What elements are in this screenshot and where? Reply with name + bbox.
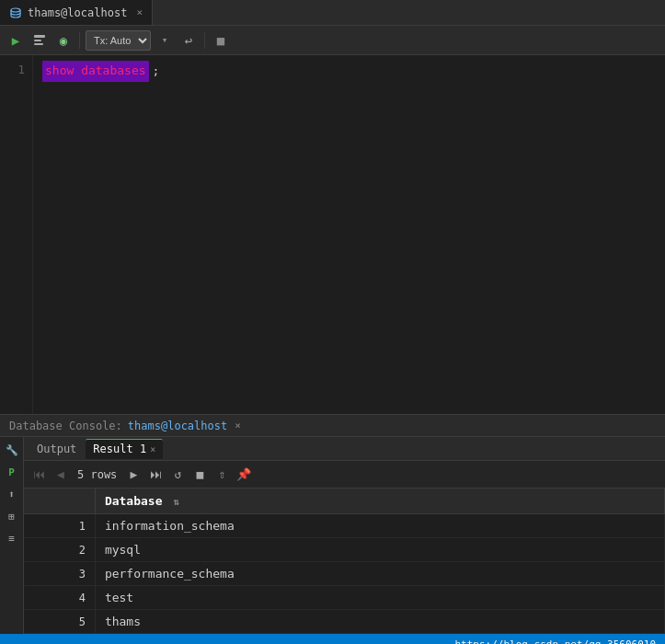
console-connection-link[interactable]: thams@localhost [128, 420, 227, 432]
tx-select[interactable]: Tx: Auto [86, 30, 151, 51]
keyword-highlight: show databases [42, 61, 149, 82]
result-table: Database ⇅ 1 information_schema 2 mysql … [24, 489, 665, 634]
next-row-button[interactable]: ▶ [124, 466, 143, 484]
bar-icon-btn[interactable]: ≡ [3, 529, 21, 547]
svg-point-0 [11, 8, 20, 12]
row-db-value: mysql [95, 538, 664, 562]
editor-area: 1 show databases ; [0, 55, 665, 414]
row-number: 5 [24, 610, 95, 634]
line-numbers: 1 [0, 55, 33, 414]
result1-tab-close[interactable]: × [150, 444, 155, 454]
editor-toolbar: ▶ ◉ Tx: Auto ▾ ↩ ■ [0, 26, 665, 55]
editor-content[interactable]: show databases ; [33, 55, 665, 414]
run-button[interactable]: ▶ [6, 30, 26, 51]
first-row-button[interactable]: ⏮ [29, 466, 48, 484]
row-number: 4 [24, 586, 95, 610]
svg-rect-3 [34, 43, 43, 45]
profile-icon: ◉ [60, 33, 67, 48]
table-body: 1 information_schema 2 mysql 3 performan… [24, 514, 665, 634]
output-tab[interactable]: Output [29, 439, 84, 459]
tab-bar: thams@localhost × [0, 0, 665, 26]
table-row[interactable]: 1 information_schema [24, 514, 665, 538]
row-number: 2 [24, 538, 95, 562]
console-header: Database Console: thams@localhost × [0, 415, 665, 437]
row-db-value: performance_schema [95, 562, 664, 586]
database-header-label: Database [105, 494, 163, 508]
table-row[interactable]: 3 performance_schema [24, 562, 665, 586]
p-icon-btn[interactable]: P [3, 463, 21, 481]
dropdown-arrow[interactable]: ▾ [155, 30, 175, 51]
database-column-header[interactable]: Database ⇅ [95, 489, 664, 514]
stop-button[interactable]: ■ [211, 30, 231, 51]
grid-icon-btn[interactable]: ⊞ [3, 507, 21, 525]
db-icon [9, 6, 22, 19]
stop-result-button[interactable]: ■ [190, 466, 209, 484]
row-num-header [24, 489, 95, 514]
panel-body: 🔧 P ⬆ ⊞ ≡ Output Result 1 × ⏮ ◀ 5 rows [0, 437, 665, 634]
code-punct: ; [153, 62, 160, 81]
row-db-value: information_schema [95, 514, 664, 538]
table-row[interactable]: 4 test [24, 586, 665, 610]
rows-count: 5 rows [74, 468, 120, 481]
tab-close-btn[interactable]: × [136, 6, 143, 18]
row-db-value: test [95, 586, 664, 610]
toolbar-divider [79, 32, 80, 49]
result1-tab[interactable]: Result 1 × [86, 439, 163, 459]
toolbar-divider2 [204, 32, 205, 49]
row-number: 1 [24, 514, 95, 538]
script-button[interactable] [29, 30, 50, 51]
row-db-value: thams [95, 610, 664, 634]
left-panel-icons: 🔧 P ⬆ ⊞ ≡ [0, 437, 24, 634]
line-number-1: 1 [9, 61, 25, 80]
export-button[interactable]: ⇧ [212, 466, 231, 484]
upload-icon-btn[interactable]: ⬆ [3, 485, 21, 503]
profile-button[interactable]: ◉ [53, 30, 74, 51]
result-toolbar: ⏮ ◀ 5 rows ▶ ⏭ ↺ ■ ⇧ 📌 [24, 461, 665, 489]
sort-icon[interactable]: ⇅ [173, 496, 179, 508]
footer-url: https://blog.csdn.net/qq_35606010 [454, 638, 656, 645]
data-table-wrapper: Database ⇅ 1 information_schema 2 mysql … [24, 489, 665, 634]
console-close-btn[interactable]: × [235, 420, 241, 431]
prev-row-button[interactable]: ◀ [52, 466, 70, 484]
output-tab-label: Output [37, 443, 76, 455]
bottom-panel: Database Console: thams@localhost × 🔧 P … [0, 414, 665, 634]
result-tabs: Output Result 1 × [24, 437, 665, 461]
result-panel: Output Result 1 × ⏮ ◀ 5 rows ▶ ⏭ ↺ ■ ⇧ 📌 [24, 437, 665, 634]
table-header-row: Database ⇅ [24, 489, 665, 514]
refresh-button[interactable]: ↺ [168, 466, 187, 484]
result1-tab-label: Result 1 [93, 443, 146, 455]
pin-button[interactable]: 📌 [235, 466, 253, 484]
back-button[interactable]: ↩ [178, 30, 199, 51]
script-icon [32, 33, 47, 48]
table-row[interactable]: 2 mysql [24, 538, 665, 562]
last-row-button[interactable]: ⏭ [146, 466, 165, 484]
editor-tab[interactable]: thams@localhost × [0, 0, 153, 25]
svg-rect-1 [34, 35, 45, 38]
footer: https://blog.csdn.net/qq_35606010 [0, 634, 665, 644]
code-line-1: show databases ; [42, 61, 656, 82]
wrench-icon-btn[interactable]: 🔧 [3, 441, 21, 459]
tab-label: thams@localhost [28, 6, 127, 19]
chevron-down-icon: ▾ [162, 34, 168, 46]
table-row[interactable]: 5 thams [24, 610, 665, 634]
console-label: Database Console: [9, 420, 122, 432]
svg-rect-2 [34, 40, 41, 41]
row-number: 3 [24, 562, 95, 586]
